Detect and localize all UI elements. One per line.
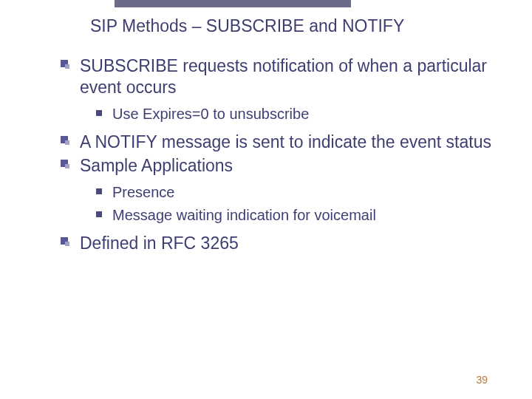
slide-container: SIP Methods – SUBSCRIBE and NOTIFY SUBSC…: [0, 0, 532, 254]
slide-title: SIP Methods – SUBSCRIBE and NOTIFY: [90, 16, 495, 36]
sub-list-item: Presence: [96, 183, 495, 202]
page-number: 39: [476, 374, 488, 386]
list-item: Sample Applications: [61, 155, 495, 177]
bullet-icon: [61, 60, 72, 72]
sub-bullet-icon: [96, 211, 102, 217]
sub-list-item: Message waiting indication for voicemail: [96, 205, 495, 225]
list-item: Defined in RFC 3265: [61, 233, 495, 254]
list-item-text: SUBSCRIBE requests notification of when …: [80, 55, 495, 98]
bullet-icon: [61, 237, 72, 249]
sub-bullet-icon: [96, 110, 102, 116]
list-item-text: Defined in RFC 3265: [80, 233, 239, 254]
sub-list-item-text: Presence: [112, 183, 175, 202]
sub-bullet-list: Use Expires=0 to unsubscribe: [96, 104, 495, 124]
bullet-icon: [61, 160, 72, 171]
sub-bullet-icon: [96, 188, 102, 194]
list-item: A NOTIFY message is sent to indicate the…: [61, 132, 495, 153]
sub-list-item-text: Use Expires=0 to unsubscribe: [112, 104, 309, 124]
list-item-text: Sample Applications: [80, 155, 233, 177]
sub-list-item-text: Message waiting indication for voicemail: [112, 205, 376, 225]
sub-list-item: Use Expires=0 to unsubscribe: [96, 104, 495, 124]
decorative-top-bar: [115, 0, 351, 7]
bullet-icon: [61, 136, 72, 148]
sub-bullet-list: Presence Message waiting indication for …: [96, 183, 495, 225]
list-item-text: A NOTIFY message is sent to indicate the…: [80, 132, 491, 153]
list-item: SUBSCRIBE requests notification of when …: [61, 55, 495, 98]
main-bullet-list: SUBSCRIBE requests notification of when …: [61, 55, 495, 254]
